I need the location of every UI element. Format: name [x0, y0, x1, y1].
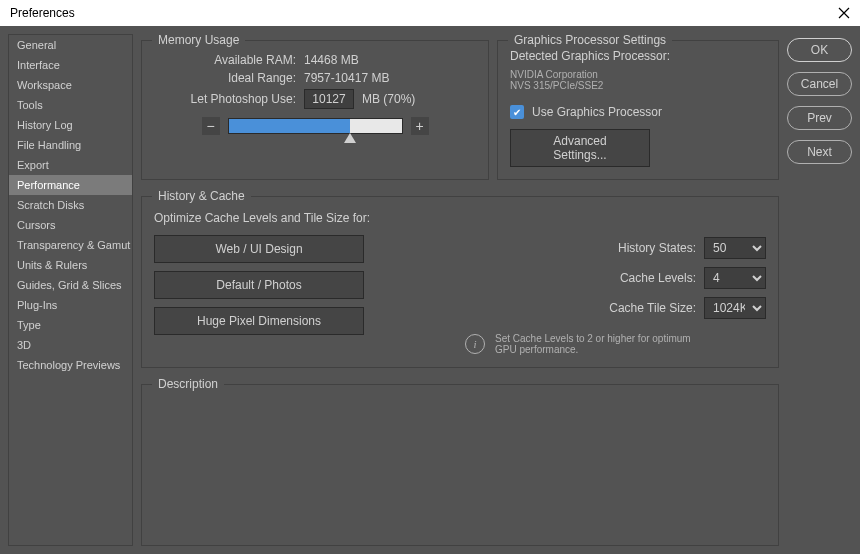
let-photoshop-use-unit: MB (70%) [362, 92, 415, 106]
cache-tile-size-label: Cache Tile Size: [609, 301, 696, 315]
sidebar-item-transparency-gamut[interactable]: Transparency & Gamut [9, 235, 132, 255]
sidebar-item-interface[interactable]: Interface [9, 55, 132, 75]
history-states-dropdown[interactable]: 50 [704, 237, 766, 259]
default-photos-button[interactable]: Default / Photos [154, 271, 364, 299]
ideal-range-label: Ideal Range: [154, 71, 304, 85]
sidebar-item-general[interactable]: General [9, 35, 132, 55]
sidebar-item-performance[interactable]: Performance [9, 175, 132, 195]
sidebar-item-file-handling[interactable]: File Handling [9, 135, 132, 155]
ideal-range-value: 7957-10417 MB [304, 71, 389, 85]
titlebar: Preferences [0, 0, 860, 26]
available-ram-value: 14468 MB [304, 53, 359, 67]
gpu-legend: Graphics Processor Settings [508, 33, 672, 47]
available-ram-label: Available RAM: [154, 53, 304, 67]
detected-gpu-label: Detected Graphics Processor: [510, 49, 766, 63]
sidebar-item-history-log[interactable]: History Log [9, 115, 132, 135]
history-cache-legend: History & Cache [152, 189, 251, 203]
sidebar-item-type[interactable]: Type [9, 315, 132, 335]
sidebar-item-scratch-disks[interactable]: Scratch Disks [9, 195, 132, 215]
sidebar-item-tools[interactable]: Tools [9, 95, 132, 115]
close-button[interactable] [834, 3, 854, 23]
cache-levels-dropdown[interactable]: 4 [704, 267, 766, 289]
cache-levels-label: Cache Levels: [620, 271, 696, 285]
memory-usage-group: Memory Usage Available RAM: 14468 MB Ide… [141, 40, 489, 180]
advanced-settings-button[interactable]: Advanced Settings... [510, 129, 650, 167]
use-gpu-checkbox[interactable]: ✔ [510, 105, 524, 119]
next-button[interactable]: Next [787, 140, 852, 164]
history-states-label: History States: [618, 241, 696, 255]
slider-thumb[interactable] [344, 133, 356, 143]
slider-fill [229, 119, 350, 133]
slider-increase-button[interactable]: + [411, 117, 429, 135]
slider-decrease-button[interactable]: − [202, 117, 220, 135]
let-photoshop-use-input[interactable] [304, 89, 354, 109]
description-legend: Description [152, 377, 224, 391]
cache-hint-text: Set Cache Levels to 2 or higher for opti… [495, 333, 695, 355]
sidebar-item-plugins[interactable]: Plug-Ins [9, 295, 132, 315]
sidebar-item-cursors[interactable]: Cursors [9, 215, 132, 235]
sidebar: General Interface Workspace Tools Histor… [8, 34, 133, 546]
graphics-processor-group: Graphics Processor Settings Detected Gra… [497, 40, 779, 180]
huge-pixel-dimensions-button[interactable]: Huge Pixel Dimensions [154, 307, 364, 335]
cache-tile-size-dropdown[interactable]: 1024K [704, 297, 766, 319]
let-photoshop-use-label: Let Photoshop Use: [154, 92, 304, 106]
memory-usage-legend: Memory Usage [152, 33, 245, 47]
use-gpu-label: Use Graphics Processor [532, 105, 662, 119]
info-icon: i [465, 334, 485, 354]
detected-gpu-vendor: NVIDIA Corporation [510, 69, 766, 80]
prev-button[interactable]: Prev [787, 106, 852, 130]
sidebar-item-export[interactable]: Export [9, 155, 132, 175]
sidebar-item-workspace[interactable]: Workspace [9, 75, 132, 95]
optimize-label: Optimize Cache Levels and Tile Size for: [154, 211, 766, 225]
window-title: Preferences [10, 6, 75, 20]
sidebar-item-3d[interactable]: 3D [9, 335, 132, 355]
detected-gpu-model: NVS 315/PCIe/SSE2 [510, 80, 766, 91]
sidebar-item-units-rulers[interactable]: Units & Rulers [9, 255, 132, 275]
web-ui-design-button[interactable]: Web / UI Design [154, 235, 364, 263]
sidebar-item-guides-grid-slices[interactable]: Guides, Grid & Slices [9, 275, 132, 295]
ok-button[interactable]: OK [787, 38, 852, 62]
description-group: Description [141, 384, 779, 546]
dialog-buttons: OK Cancel Prev Next [787, 34, 852, 546]
history-cache-group: History & Cache Optimize Cache Levels an… [141, 196, 779, 368]
memory-slider[interactable] [228, 118, 403, 134]
cancel-button[interactable]: Cancel [787, 72, 852, 96]
sidebar-item-technology-previews[interactable]: Technology Previews [9, 355, 132, 375]
